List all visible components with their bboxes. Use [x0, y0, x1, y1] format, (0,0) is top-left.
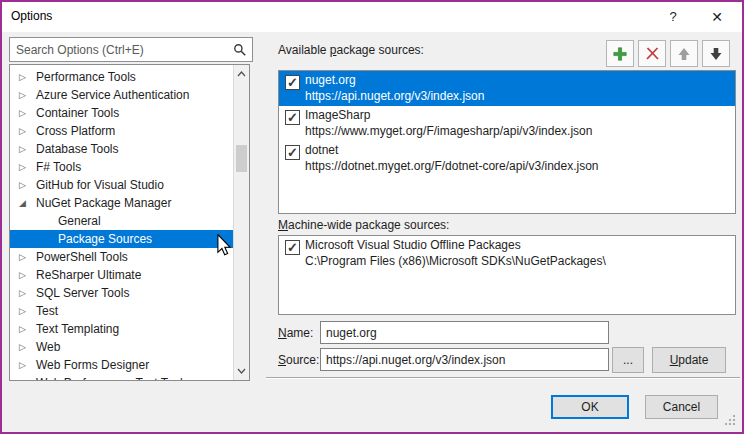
scrollbar-thumb[interactable]: [236, 145, 247, 172]
sidebar-item[interactable]: ◢ NuGet Package Manager: [10, 194, 234, 212]
divider: [266, 377, 740, 379]
sidebar-item[interactable]: ▷ Azure Service Authentication: [10, 86, 234, 104]
sidebar-item-label: SQL Server Tools: [36, 286, 129, 300]
sidebar-item-label: Azure Service Authentication: [36, 88, 189, 102]
name-input[interactable]: [320, 321, 609, 344]
search-icon: [233, 43, 247, 57]
expander-icon[interactable]: ▷: [15, 176, 30, 194]
close-icon[interactable]: ✕: [699, 2, 735, 32]
options-tree: ▷ Performance Tools ▷ Azure Service Auth…: [9, 64, 250, 381]
sidebar-item[interactable]: ▷ Cross Platform: [10, 122, 234, 140]
expander-icon[interactable]: ▷: [15, 140, 30, 158]
expander-icon[interactable]: ▷: [15, 284, 30, 302]
expander-icon[interactable]: ▷: [15, 122, 30, 140]
search-placeholder: Search Options (Ctrl+E): [16, 43, 144, 57]
source-name: dotnet: [305, 143, 338, 157]
sidebar-item-label: General: [58, 214, 101, 228]
expander-icon[interactable]: ▷: [15, 338, 30, 356]
sidebar-item-label: Text Templating: [36, 322, 119, 336]
resize-grip[interactable]: [733, 423, 735, 425]
sidebar-item[interactable]: ▷ Test: [10, 302, 234, 320]
source-url: https://dotnet.myget.org/F/dotnet-core/a…: [305, 159, 599, 173]
sidebar-item[interactable]: ▷ PowerShell Tools: [10, 248, 234, 266]
sidebar-item-label: Web: [36, 340, 60, 354]
add-source-button[interactable]: [606, 40, 634, 67]
scroll-up-icon[interactable]: [234, 67, 248, 81]
expander-icon[interactable]: ▷: [15, 68, 30, 86]
package-source-row[interactable]: ✓ dotnet https://dotnet.myget.org/F/dotn…: [279, 141, 735, 176]
sidebar-item-label: PowerShell Tools: [36, 250, 128, 264]
ok-button[interactable]: OK: [551, 395, 629, 419]
source-name: nuget.org: [305, 73, 356, 87]
expander-icon[interactable]: ▷: [15, 356, 30, 374]
dialog-title: Options: [11, 9, 52, 23]
available-sources-label: Available package sources:: [278, 43, 424, 57]
sidebar-item[interactable]: ▷ SQL Server Tools: [10, 284, 234, 302]
expander-icon[interactable]: ▷: [15, 104, 30, 122]
expander-icon[interactable]: ▷: [15, 266, 30, 284]
sidebar-item-label: GitHub for Visual Studio: [36, 178, 164, 192]
source-name: ImageSharp: [305, 108, 370, 122]
expander-icon[interactable]: ▷: [15, 302, 30, 320]
sidebar-item[interactable]: ▷ GitHub for Visual Studio: [10, 176, 234, 194]
search-input[interactable]: Search Options (Ctrl+E): [9, 37, 253, 62]
sidebar-item-label: Cross Platform: [36, 124, 115, 138]
tree-scrollbar[interactable]: [233, 65, 249, 380]
browse-button[interactable]: ...: [612, 347, 644, 373]
expander-icon[interactable]: ▷: [15, 86, 30, 104]
down-arrow-icon: [709, 47, 723, 61]
title-bar[interactable]: Options ? ✕: [2, 2, 742, 32]
tree-rows: ▷ Performance Tools ▷ Azure Service Auth…: [10, 68, 234, 381]
sidebar-item[interactable]: Package Sources: [10, 230, 234, 248]
sidebar-item-label: Web Performance Test Tools: [36, 376, 189, 381]
sidebar-item-label: Test: [36, 304, 58, 318]
checkbox[interactable]: ✓: [285, 145, 300, 160]
help-icon[interactable]: ?: [655, 2, 691, 32]
sidebar-item-label: ReSharper Ultimate: [36, 268, 141, 282]
expander-icon[interactable]: ▷: [15, 158, 30, 176]
remove-source-button[interactable]: [638, 40, 666, 67]
machine-sources-label: Machine-wide package sources:: [278, 218, 449, 232]
checkbox[interactable]: ✓: [285, 240, 300, 255]
expander-icon[interactable]: ▷: [15, 374, 30, 381]
expander-icon[interactable]: ▷: [15, 320, 30, 338]
checkbox[interactable]: ✓: [285, 75, 300, 90]
package-source-row[interactable]: ✓ nuget.org https://api.nuget.org/v3/ind…: [279, 71, 735, 106]
update-button[interactable]: Update: [652, 347, 726, 373]
source-url: https://api.nuget.org/v3/index.json: [305, 89, 484, 103]
package-source-row[interactable]: ✓ Microsoft Visual Studio Offline Packag…: [279, 236, 735, 271]
name-label: Name:: [278, 326, 313, 340]
machine-sources-list: ✓ Microsoft Visual Studio Offline Packag…: [278, 235, 736, 315]
sidebar-item-label: Container Tools: [36, 106, 119, 120]
scroll-down-icon[interactable]: [234, 364, 248, 378]
sidebar-item[interactable]: ▷ Performance Tools: [10, 68, 234, 86]
source-name: Microsoft Visual Studio Offline Packages: [305, 238, 521, 252]
move-up-button[interactable]: [670, 40, 698, 67]
sidebar-item[interactable]: ▷ Web Performance Test Tools: [10, 374, 234, 381]
package-source-row[interactable]: ✓ ImageSharp https://www.myget.org/F/ima…: [279, 106, 735, 141]
source-label: Source:: [278, 353, 319, 367]
cancel-button[interactable]: Cancel: [645, 395, 718, 419]
available-sources-list: ✓ nuget.org https://api.nuget.org/v3/ind…: [278, 70, 736, 214]
sidebar-item-label: Performance Tools: [36, 70, 136, 84]
sidebar-item[interactable]: ▷ Container Tools: [10, 104, 234, 122]
sidebar-item[interactable]: ▷ Web Forms Designer: [10, 356, 234, 374]
expander-icon[interactable]: ▷: [15, 248, 30, 266]
checkbox[interactable]: ✓: [285, 110, 300, 125]
options-dialog: Options ? ✕ Search Options (Ctrl+E) ▷ Pe…: [0, 0, 744, 434]
sidebar-item-label: Database Tools: [36, 142, 119, 156]
sidebar-item-label: Package Sources: [58, 232, 152, 246]
sidebar-item-label: Web Forms Designer: [36, 358, 149, 372]
x-icon: [645, 46, 660, 61]
sidebar-item[interactable]: ▷ Web: [10, 338, 234, 356]
sidebar-item[interactable]: ▷ ReSharper Ultimate: [10, 266, 234, 284]
plus-icon: [612, 46, 628, 62]
move-down-button[interactable]: [702, 40, 730, 67]
expander-icon[interactable]: ◢: [15, 194, 30, 212]
source-input[interactable]: [320, 348, 609, 371]
sidebar-item[interactable]: ▷ Database Tools: [10, 140, 234, 158]
sidebar-item[interactable]: General: [10, 212, 234, 230]
sidebar-item[interactable]: ▷ Text Templating: [10, 320, 234, 338]
up-arrow-icon: [677, 47, 691, 61]
sidebar-item[interactable]: ▷ F# Tools: [10, 158, 234, 176]
